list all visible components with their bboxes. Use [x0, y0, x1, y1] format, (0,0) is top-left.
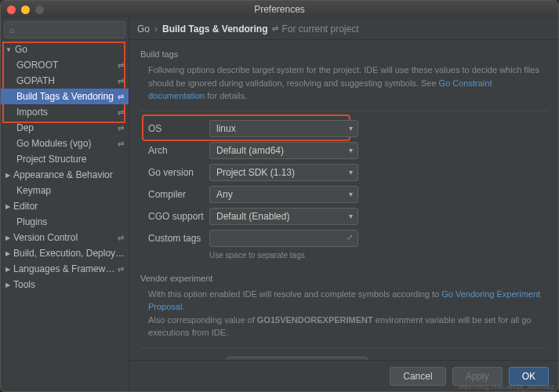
- tree-build[interactable]: Build, Execution, Deployment: [1, 245, 129, 261]
- project-scope-indicator: ⇄For current project: [272, 24, 358, 34]
- input-custom-tags[interactable]: ⤢: [209, 230, 358, 247]
- cancel-button[interactable]: Cancel: [390, 367, 445, 386]
- tree-build-tags[interactable]: Build Tags & Vendoring⇄: [1, 89, 129, 104]
- tree-appearance[interactable]: Appearance & Behavior: [1, 167, 129, 183]
- tree-go-modules[interactable]: Go Modules (vgo)⇄: [1, 136, 129, 151]
- select-go-version[interactable]: Project SDK (1.13): [209, 164, 358, 181]
- breadcrumb-current: Build Tags & Vendoring: [162, 24, 267, 34]
- label-enable-vendoring: Enable vendoring: [148, 360, 227, 361]
- label-custom-tags: Custom tags: [148, 233, 209, 244]
- tree-tools[interactable]: Tools: [1, 277, 129, 292]
- select-enable-vendoring[interactable]: Default for SDK (Enabled): [227, 357, 368, 361]
- section-build-tags: Build tags: [140, 49, 547, 59]
- breadcrumb: Go › Build Tags & Vendoring ⇄For current…: [129, 18, 558, 40]
- label-compiler: Compiler: [148, 189, 209, 200]
- breadcrumb-root[interactable]: Go: [137, 24, 150, 34]
- tree-imports[interactable]: Imports⇄: [1, 104, 129, 120]
- select-os[interactable]: linux: [209, 120, 358, 137]
- custom-tags-hint: Use space to separate tags: [209, 251, 547, 260]
- apply-button[interactable]: Apply: [452, 367, 503, 386]
- ok-button[interactable]: OK: [509, 367, 549, 386]
- tree-goroot[interactable]: GOROOT⇄: [1, 57, 129, 73]
- select-arch[interactable]: Default (amd64): [209, 142, 358, 159]
- select-cgo[interactable]: Default (Enabled): [209, 208, 358, 225]
- tree-editor[interactable]: Editor: [1, 198, 129, 214]
- titlebar: Preferences: [1, 1, 558, 18]
- build-tags-help: Following options describe target system…: [140, 64, 547, 103]
- label-go-version: Go version: [148, 167, 209, 178]
- expand-icon[interactable]: ⤢: [347, 233, 353, 241]
- label-cgo: CGO support: [148, 211, 209, 222]
- tree-project-structure[interactable]: Project Structure: [1, 151, 129, 167]
- label-arch: Arch: [148, 145, 209, 156]
- window-title: Preferences: [1, 4, 558, 15]
- label-os: OS: [148, 123, 209, 134]
- tree-plugins[interactable]: Plugins: [1, 214, 129, 230]
- section-vendor: Vendor experiment: [140, 274, 547, 283]
- select-compiler[interactable]: Any: [209, 186, 358, 203]
- vendor-help: With this option enabled IDE will resolv…: [140, 288, 547, 339]
- watermark: https://blog.csdn.net/qq_36658062: [458, 383, 554, 390]
- tree-go[interactable]: Go: [1, 42, 129, 57]
- tree-dep[interactable]: Dep⇄: [1, 120, 129, 136]
- search-input[interactable]: ⌕: [4, 21, 125, 38]
- tree-gopath[interactable]: GOPATH⇄: [1, 73, 129, 89]
- preferences-tree: Go GOROOT⇄ GOPATH⇄ Build Tags & Vendorin…: [1, 42, 129, 391]
- tree-version-control[interactable]: Version Control⇄: [1, 230, 129, 245]
- tree-languages[interactable]: Languages & Frameworks⇄: [1, 261, 129, 277]
- tree-keymap[interactable]: Keymap: [1, 183, 129, 198]
